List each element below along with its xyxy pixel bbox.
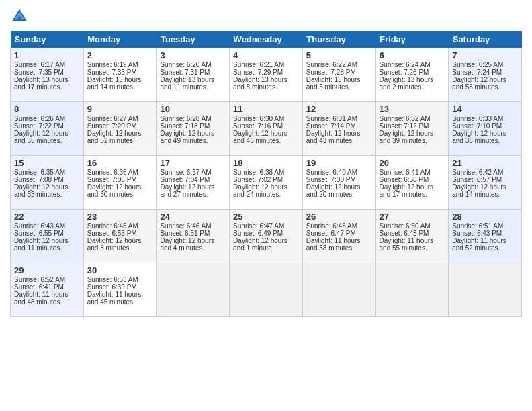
sunset: Sunset: 6:55 PM	[14, 230, 64, 237]
sunrise: Sunrise: 6:52 AM	[14, 276, 65, 283]
sunset: Sunset: 6:51 PM	[160, 230, 210, 237]
calendar-cell: 12Sunrise: 6:31 AMSunset: 7:14 PMDayligh…	[302, 102, 375, 156]
daylight: Daylight: 12 hours and 33 minutes.	[14, 183, 69, 198]
logo-icon	[10, 7, 29, 26]
sunset: Sunset: 7:20 PM	[87, 122, 137, 130]
daylight: Daylight: 12 hours and 11 minutes.	[14, 237, 69, 252]
calendar-cell: 18Sunrise: 6:38 AMSunset: 7:02 PMDayligh…	[230, 156, 303, 210]
calendar-cell: 15Sunrise: 6:35 AMSunset: 7:08 PMDayligh…	[11, 156, 84, 210]
day-number: 29	[14, 265, 80, 275]
daylight: Daylight: 13 hours and 14 minutes.	[87, 76, 142, 91]
calendar-week-row: 29Sunrise: 6:52 AMSunset: 6:41 PMDayligh…	[11, 263, 522, 317]
day-number: 4	[233, 50, 299, 60]
calendar-cell: 5Sunrise: 6:22 AMSunset: 7:28 PMDaylight…	[302, 48, 375, 102]
daylight: Daylight: 11 hours and 45 minutes.	[87, 291, 142, 306]
day-number: 21	[452, 158, 518, 168]
day-number: 25	[233, 212, 299, 222]
sunset: Sunset: 7:22 PM	[14, 122, 64, 130]
calendar-cell: 21Sunrise: 6:42 AMSunset: 6:57 PMDayligh…	[449, 156, 522, 210]
calendar-cell: 23Sunrise: 6:45 AMSunset: 6:53 PMDayligh…	[83, 210, 157, 263]
calendar-cell	[230, 263, 303, 317]
sunrise: Sunrise: 6:35 AM	[14, 169, 65, 176]
calendar-cell: 2Sunrise: 6:19 AMSunset: 7:33 PMDaylight…	[83, 48, 157, 102]
daylight: Daylight: 12 hours and 43 minutes.	[306, 130, 361, 144]
weekday-header: Friday	[375, 31, 449, 48]
logo	[10, 7, 32, 26]
sunset: Sunset: 7:18 PM	[160, 122, 210, 130]
sunrise: Sunrise: 6:32 AM	[380, 115, 431, 122]
daylight: Daylight: 12 hours and 58 minutes.	[452, 76, 506, 91]
calendar-cell: 30Sunrise: 6:53 AMSunset: 6:39 PMDayligh…	[83, 263, 157, 317]
day-number: 7	[452, 50, 518, 60]
day-number: 22	[14, 212, 80, 222]
weekday-header: Tuesday	[157, 31, 230, 48]
sunrise: Sunrise: 6:31 AM	[306, 115, 357, 122]
calendar-cell: 19Sunrise: 6:40 AMSunset: 7:00 PMDayligh…	[302, 156, 375, 210]
sunrise: Sunrise: 6:24 AM	[380, 61, 431, 68]
sunset: Sunset: 7:04 PM	[160, 176, 210, 183]
calendar-cell	[157, 263, 230, 317]
page-container: SundayMondayTuesdayWednesdayThursdayFrid…	[0, 0, 532, 324]
calendar-cell: 10Sunrise: 6:28 AMSunset: 7:18 PMDayligh…	[157, 102, 230, 156]
sunset: Sunset: 6:53 PM	[87, 230, 137, 237]
daylight: Daylight: 12 hours and 24 minutes.	[233, 183, 287, 198]
daylight: Daylight: 12 hours and 1 minute.	[233, 237, 287, 252]
sunset: Sunset: 6:39 PM	[87, 283, 137, 291]
sunrise: Sunrise: 6:25 AM	[452, 61, 503, 68]
sunset: Sunset: 7:06 PM	[87, 176, 137, 183]
daylight: Daylight: 12 hours and 30 minutes.	[87, 183, 142, 198]
sunrise: Sunrise: 6:17 AM	[14, 61, 65, 68]
sunset: Sunset: 6:57 PM	[452, 176, 502, 183]
day-number: 14	[452, 104, 518, 114]
calendar-cell: 3Sunrise: 6:20 AMSunset: 7:31 PMDaylight…	[157, 48, 230, 102]
calendar-week-row: 15Sunrise: 6:35 AMSunset: 7:08 PMDayligh…	[11, 156, 522, 210]
calendar-cell: 20Sunrise: 6:41 AMSunset: 6:58 PMDayligh…	[375, 156, 449, 210]
daylight: Daylight: 11 hours and 48 minutes.	[14, 291, 69, 306]
day-number: 10	[160, 104, 226, 114]
day-number: 30	[87, 265, 153, 275]
sunset: Sunset: 7:33 PM	[87, 68, 137, 76]
calendar-cell	[449, 263, 522, 317]
calendar-week-row: 1Sunrise: 6:17 AMSunset: 7:35 PMDaylight…	[11, 48, 522, 102]
sunrise: Sunrise: 6:33 AM	[452, 115, 503, 122]
sunset: Sunset: 7:29 PM	[233, 68, 283, 76]
svg-rect-2	[18, 17, 21, 21]
day-number: 13	[380, 104, 445, 114]
sunrise: Sunrise: 6:19 AM	[87, 61, 138, 68]
calendar-cell: 26Sunrise: 6:48 AMSunset: 6:47 PMDayligh…	[302, 210, 375, 263]
calendar-cell: 24Sunrise: 6:46 AMSunset: 6:51 PMDayligh…	[157, 210, 230, 263]
calendar-cell: 27Sunrise: 6:50 AMSunset: 6:45 PMDayligh…	[375, 210, 449, 263]
daylight: Daylight: 12 hours and 14 minutes.	[452, 183, 506, 198]
header	[10, 7, 522, 26]
sunrise: Sunrise: 6:50 AM	[380, 222, 431, 230]
calendar-week-row: 8Sunrise: 6:26 AMSunset: 7:22 PMDaylight…	[11, 102, 522, 156]
day-number: 17	[160, 158, 226, 168]
calendar-cell: 14Sunrise: 6:33 AMSunset: 7:10 PMDayligh…	[449, 102, 522, 156]
sunrise: Sunrise: 6:45 AM	[87, 222, 138, 230]
sunrise: Sunrise: 6:37 AM	[160, 169, 211, 176]
sunrise: Sunrise: 6:51 AM	[452, 222, 503, 230]
day-number: 16	[87, 158, 153, 168]
day-number: 8	[14, 104, 80, 114]
calendar-table: SundayMondayTuesdayWednesdayThursdayFrid…	[10, 31, 522, 317]
sunset: Sunset: 7:16 PM	[233, 122, 283, 130]
sunset: Sunset: 6:49 PM	[233, 230, 283, 237]
day-number: 11	[233, 104, 299, 114]
daylight: Daylight: 12 hours and 52 minutes.	[87, 130, 142, 144]
daylight: Daylight: 12 hours and 36 minutes.	[452, 130, 506, 144]
day-number: 28	[452, 212, 518, 222]
weekday-header-row: SundayMondayTuesdayWednesdayThursdayFrid…	[11, 31, 522, 48]
sunrise: Sunrise: 6:40 AM	[306, 169, 357, 176]
sunrise: Sunrise: 6:20 AM	[160, 61, 211, 68]
calendar-cell: 29Sunrise: 6:52 AMSunset: 6:41 PMDayligh…	[11, 263, 84, 317]
calendar-cell: 22Sunrise: 6:43 AMSunset: 6:55 PMDayligh…	[11, 210, 84, 263]
day-number: 19	[306, 158, 372, 168]
weekday-header: Thursday	[302, 31, 375, 48]
daylight: Daylight: 12 hours and 55 minutes.	[14, 130, 69, 144]
sunset: Sunset: 7:35 PM	[14, 68, 64, 76]
daylight: Daylight: 11 hours and 55 minutes.	[380, 237, 434, 252]
day-number: 9	[87, 104, 153, 114]
calendar-cell: 8Sunrise: 6:26 AMSunset: 7:22 PMDaylight…	[11, 102, 84, 156]
sunset: Sunset: 7:08 PM	[14, 176, 64, 183]
daylight: Daylight: 12 hours and 46 minutes.	[233, 130, 287, 144]
